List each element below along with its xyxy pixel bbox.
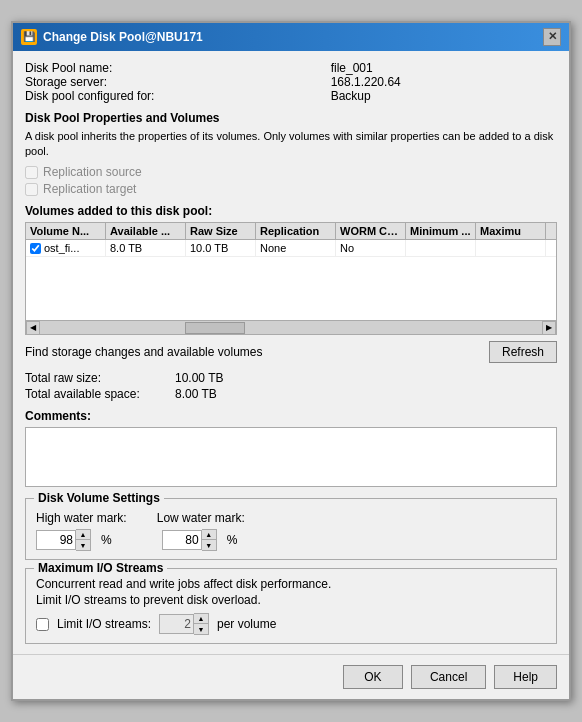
comments-input[interactable] <box>25 427 557 487</box>
col-raw-size: Raw Size <box>186 223 256 239</box>
table-header: Volume N... Available ... Raw Size Repli… <box>26 223 556 240</box>
scroll-left-arrow[interactable]: ◀ <box>26 321 40 335</box>
row-checkbox[interactable] <box>30 243 41 254</box>
cell-worm: No <box>336 240 406 256</box>
high-water-unit: % <box>101 533 112 547</box>
col-available: Available ... <box>106 223 186 239</box>
low-water-mark-spinner: ▲ ▼ <box>162 529 217 551</box>
find-storage-label: Find storage changes and available volum… <box>25 345 481 359</box>
high-water-mark-down-btn[interactable]: ▼ <box>76 540 90 550</box>
replication-source-label: Replication source <box>43 165 142 179</box>
low-water-mark-down-btn[interactable]: ▼ <box>202 540 216 550</box>
scroll-right-arrow[interactable]: ▶ <box>542 321 556 335</box>
max-io-legend: Maximum I/O Streams <box>34 561 167 575</box>
replication-source-checkbox[interactable] <box>25 166 38 179</box>
available-space-value: 8.00 TB <box>175 387 557 401</box>
configured-for-label: Disk pool configured for: <box>25 89 311 103</box>
io-limit-spinner: ▲ ▼ <box>159 613 209 635</box>
low-water-mark-input[interactable] <box>162 530 202 550</box>
table-row: ost_fi... 8.0 TB 10.0 TB None No <box>26 240 556 257</box>
cell-volume-name: ost_fi... <box>26 240 106 256</box>
disk-volume-settings-legend: Disk Volume Settings <box>34 491 164 505</box>
io-desc-1: Concurrent read and write jobs affect di… <box>36 577 546 591</box>
info-table: Disk Pool name: file_001 Storage server:… <box>25 61 557 103</box>
per-volume-label: per volume <box>217 617 276 631</box>
col-minimum: Minimum ... <box>406 223 476 239</box>
title-text: Change Disk Pool@NBU171 <box>43 30 203 44</box>
replication-target-row: Replication target <box>25 182 557 196</box>
volume-name: ost_fi... <box>44 242 79 254</box>
configured-for-value: Backup <box>331 89 557 103</box>
available-space-label: Total available space: <box>25 387 175 401</box>
io-limit-input[interactable] <box>159 614 194 634</box>
horizontal-scrollbar[interactable]: ◀ ▶ <box>26 320 556 334</box>
high-water-mark-label: High water mark: <box>36 511 127 525</box>
cancel-button[interactable]: Cancel <box>411 665 486 689</box>
disk-volume-settings-box: Disk Volume Settings High water mark: Lo… <box>25 498 557 560</box>
table-body: ost_fi... 8.0 TB 10.0 TB None No <box>26 240 556 320</box>
col-replication: Replication <box>256 223 336 239</box>
io-desc-2: Limit I/O streams to prevent disk overlo… <box>36 593 546 607</box>
col-maximum: Maximu <box>476 223 546 239</box>
high-water-mark-up-btn[interactable]: ▲ <box>76 530 90 540</box>
properties-section: Disk Pool Properties and Volumes A disk … <box>25 111 557 197</box>
replication-target-label: Replication target <box>43 182 136 196</box>
io-limit-up-btn[interactable]: ▲ <box>194 614 208 624</box>
dialog-window: 💾 Change Disk Pool@NBU171 ✕ Disk Pool na… <box>11 21 571 702</box>
high-water-mark-item: High water mark: <box>36 511 127 525</box>
high-water-mark-input-group: ▲ ▼ % <box>36 529 112 551</box>
properties-title: Disk Pool Properties and Volumes <box>25 111 557 125</box>
watermark-inputs-row: ▲ ▼ % ▲ ▼ % <box>36 529 546 551</box>
disk-pool-name-value: file_001 <box>331 61 557 75</box>
comments-label: Comments: <box>25 409 557 423</box>
scroll-thumb[interactable] <box>185 322 245 334</box>
raw-size-value: 10.00 TB <box>175 371 557 385</box>
storage-server-value: 168.1.220.64 <box>331 75 557 89</box>
low-water-mark-label: Low water mark: <box>157 511 245 525</box>
disk-pool-name-label: Disk Pool name: <box>25 61 311 75</box>
storage-server-label: Storage server: <box>25 75 311 89</box>
cell-replication: None <box>256 240 336 256</box>
properties-description: A disk pool inherits the properties of i… <box>25 129 557 160</box>
io-limit-down-btn[interactable]: ▼ <box>194 624 208 634</box>
refresh-button[interactable]: Refresh <box>489 341 557 363</box>
io-limit-spinner-btns: ▲ ▼ <box>194 613 209 635</box>
low-water-mark-item: Low water mark: <box>157 511 245 525</box>
low-water-unit: % <box>227 533 238 547</box>
low-water-mark-spinner-btns: ▲ ▼ <box>202 529 217 551</box>
cell-available: 8.0 TB <box>106 240 186 256</box>
high-water-mark-input[interactable] <box>36 530 76 550</box>
high-water-mark-spinner-btns: ▲ ▼ <box>76 529 91 551</box>
raw-size-label: Total raw size: <box>25 371 175 385</box>
title-bar-left: 💾 Change Disk Pool@NBU171 <box>21 29 203 45</box>
window-icon: 💾 <box>21 29 37 45</box>
low-water-mark-input-group: ▲ ▼ % <box>162 529 238 551</box>
volumes-table: Volume N... Available ... Raw Size Repli… <box>25 222 557 335</box>
comments-section: Comments: <box>25 409 557 490</box>
scroll-track[interactable] <box>40 321 542 334</box>
replication-target-checkbox[interactable] <box>25 183 38 196</box>
cell-minimum <box>406 240 476 256</box>
replication-source-row: Replication source <box>25 165 557 179</box>
limit-io-checkbox[interactable] <box>36 618 49 631</box>
volumes-section: Volumes added to this disk pool: Volume … <box>25 204 557 401</box>
high-water-mark-spinner: ▲ ▼ <box>36 529 91 551</box>
footer-buttons: OK Cancel Help <box>13 654 569 699</box>
help-button[interactable]: Help <box>494 665 557 689</box>
close-button[interactable]: ✕ <box>543 28 561 46</box>
dialog-content: Disk Pool name: file_001 Storage server:… <box>13 51 569 655</box>
totals-section: Total raw size: 10.00 TB Total available… <box>25 371 557 401</box>
limit-io-label: Limit I/O streams: <box>57 617 151 631</box>
cell-maximum <box>476 240 546 256</box>
refresh-row: Find storage changes and available volum… <box>25 341 557 363</box>
ok-button[interactable]: OK <box>343 665 403 689</box>
watermark-row: High water mark: Low water mark: <box>36 511 546 525</box>
low-water-mark-up-btn[interactable]: ▲ <box>202 530 216 540</box>
volumes-label: Volumes added to this disk pool: <box>25 204 557 218</box>
col-worm: WORM Ca... <box>336 223 406 239</box>
cell-raw-size: 10.0 TB <box>186 240 256 256</box>
col-volume-name: Volume N... <box>26 223 106 239</box>
title-bar: 💾 Change Disk Pool@NBU171 ✕ <box>13 23 569 51</box>
max-io-section: Maximum I/O Streams Concurrent read and … <box>25 568 557 644</box>
io-limit-row: Limit I/O streams: ▲ ▼ per volume <box>36 613 546 635</box>
